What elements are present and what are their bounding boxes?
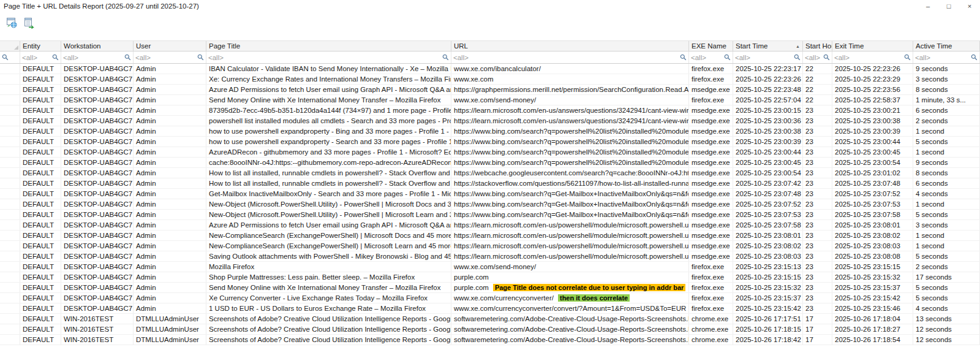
column-header-title[interactable]: Page Title xyxy=(206,41,451,51)
table-row[interactable]: DEFAULTDESKTOP-UAB4GC7AdminNew-Object (M… xyxy=(0,210,980,220)
cell-active: 6 seconds xyxy=(913,178,980,188)
column-header-exe[interactable]: EXE Name xyxy=(689,41,733,51)
filter-value[interactable]: <all> xyxy=(135,54,151,61)
table-row[interactable]: DEFAULTDESKTOP-UAB4GC7AdminHow to list a… xyxy=(0,168,980,178)
column-header-selector[interactable] xyxy=(0,41,20,51)
cell-hour: 22 xyxy=(803,74,832,84)
table-row[interactable]: DEFAULTDESKTOP-UAB4GC7AdminNew-Object (M… xyxy=(0,199,980,210)
maximize-button[interactable]: □ xyxy=(938,0,959,12)
filter-cell-title[interactable]: <all> xyxy=(206,51,451,63)
cell-user: Admin xyxy=(134,303,206,313)
search-icon[interactable] xyxy=(2,54,9,61)
search-icon[interactable] xyxy=(680,54,687,61)
cell-hour: 17 xyxy=(803,314,832,324)
column-header-hour[interactable]: Start Hour xyxy=(803,41,832,51)
search-icon[interactable] xyxy=(904,54,911,61)
filter-value[interactable]: <all> xyxy=(915,54,930,61)
filter-value[interactable]: <all> xyxy=(735,54,750,61)
filter-value[interactable]: <all> xyxy=(453,54,469,61)
table-row[interactable]: DEFAULTDESKTOP-UAB4GC7Admin87395d2b-7ecc… xyxy=(0,105,980,116)
table-row[interactable]: DEFAULTDESKTOP-UAB4GC7AdminAzure AD Perm… xyxy=(0,220,980,231)
filter-value[interactable]: <all> xyxy=(691,54,706,61)
table-row[interactable]: DEFAULTDESKTOP-UAB4GC7AdminAzureADRecon … xyxy=(0,147,980,158)
cell-active: 4 seconds xyxy=(913,303,980,313)
table-row[interactable]: DEFAULTDESKTOP-UAB4GC7AdminXe Currency C… xyxy=(0,293,980,303)
cell-active: 1 second xyxy=(913,147,980,157)
column-header-active[interactable]: Active Time xyxy=(913,41,980,51)
search-icon[interactable] xyxy=(794,54,801,61)
cell-active: 5 seconds xyxy=(913,137,980,147)
table-row[interactable]: DEFAULTDESKTOP-UAB4GC7AdminXe: Currency … xyxy=(0,74,980,85)
cell-active: 5 seconds xyxy=(913,210,980,219)
export-file-report-button[interactable] xyxy=(22,17,36,31)
search-icon[interactable] xyxy=(971,54,978,61)
table-row[interactable]: DEFAULTDESKTOP-UAB4GC7AdminShop Purple M… xyxy=(0,272,980,283)
cell-title: Mozilla Firefox xyxy=(206,262,451,272)
filter-value[interactable]: <all> xyxy=(22,54,37,61)
table-row[interactable]: DEFAULTDESKTOP-UAB4GC7Admincache:8oooINN… xyxy=(0,158,980,168)
cell-start: 2025-10-25 23:15:13 xyxy=(733,262,803,272)
table-row[interactable]: DEFAULTDESKTOP-UAB4GC7AdminIBAN Calculat… xyxy=(0,64,980,74)
cell-active: 6 seconds xyxy=(913,105,980,115)
cell-url: www.xe.com/currencyconverter/convert/?Am… xyxy=(451,303,689,313)
cell-title: 87395d2b-7ecc-49b5-b351-b120da4a144f (73… xyxy=(206,105,451,115)
cell-exit: 2025-10-25 23:00:44 xyxy=(832,137,913,147)
table-row[interactable]: DEFAULTDESKTOP-UAB4GC7AdminSaving Outloo… xyxy=(0,251,980,262)
filter-cell-entity[interactable]: <all> xyxy=(20,51,61,63)
table-row[interactable]: DEFAULTDESKTOP-UAB4GC7AdminSend Money On… xyxy=(0,95,980,105)
filter-value[interactable]: <all> xyxy=(208,54,224,61)
column-header-user[interactable]: User xyxy=(134,41,206,51)
search-icon[interactable] xyxy=(124,54,131,61)
search-icon[interactable] xyxy=(442,54,449,61)
cell-user: Admin xyxy=(134,199,206,209)
cell-entity: DEFAULT xyxy=(20,158,61,167)
filter-value[interactable]: <all> xyxy=(805,54,820,61)
column-header-url[interactable]: URL xyxy=(451,41,689,51)
table-row[interactable]: DEFAULTDESKTOP-UAB4GC7AdminNew-Complianc… xyxy=(0,241,980,251)
filter-cell-start[interactable]: <all> xyxy=(733,51,803,63)
filter-cell-url[interactable]: <all> xyxy=(451,51,689,63)
cell-user: Admin xyxy=(134,262,206,272)
cell-start: 2025-10-25 23:00:39 xyxy=(733,137,803,147)
cell-exit: 2025-10-26 17:18:54 xyxy=(832,335,913,345)
column-header-start[interactable]: Start Time▲ xyxy=(733,41,803,51)
search-icon[interactable] xyxy=(823,54,830,61)
search-icon[interactable] xyxy=(197,54,204,61)
column-header-exit[interactable]: Exit Time xyxy=(832,41,913,51)
filter-cell-hour[interactable]: <all> xyxy=(803,51,832,63)
cell-active: 5 seconds xyxy=(913,283,980,292)
filter-value[interactable]: <all> xyxy=(63,54,78,61)
row-selector xyxy=(0,262,20,272)
export-web-report-button[interactable] xyxy=(5,17,18,31)
table-row[interactable]: DEFAULTWIN-2016TESTDTMLLUAdminUserScreen… xyxy=(0,335,980,345)
url-text: https://learn.microsoft.com/en-us/powers… xyxy=(454,242,689,250)
filter-cell-exe[interactable]: <all> xyxy=(689,51,733,63)
cell-exit: 2025-10-25 23:15:32 xyxy=(832,272,913,282)
table-row[interactable]: DEFAULTDESKTOP-UAB4GC7Adminhow to use po… xyxy=(0,126,980,137)
table-row[interactable]: DEFAULTWIN-2016TESTDTMLLUAdminUserScreen… xyxy=(0,324,980,335)
column-header-workstation[interactable]: Workstation xyxy=(61,41,134,51)
table-row[interactable]: DEFAULTDESKTOP-UAB4GC7AdminSend Money On… xyxy=(0,283,980,293)
table-row[interactable]: DEFAULTDESKTOP-UAB4GC7AdminNew-Complianc… xyxy=(0,231,980,241)
table-row[interactable]: DEFAULTWIN-2016TESTDTMLLUAdminUserScreen… xyxy=(0,314,980,324)
cell-entity: DEFAULT xyxy=(20,314,61,324)
close-button[interactable]: × xyxy=(959,0,980,12)
filter-cell-user[interactable]: <all> xyxy=(134,51,206,63)
filter-value[interactable]: <all> xyxy=(834,54,850,61)
table-row[interactable]: DEFAULTDESKTOP-UAB4GC7AdminAzure AD Perm… xyxy=(0,85,980,95)
column-header-entity[interactable]: Entity xyxy=(20,41,61,51)
filter-cell-exit[interactable]: <all> xyxy=(832,51,913,63)
filter-cell-workstation[interactable]: <all> xyxy=(61,51,134,63)
table-row[interactable]: DEFAULTDESKTOP-UAB4GC7Adminhow to use po… xyxy=(0,137,980,147)
table-row[interactable]: DEFAULTDESKTOP-UAB4GC7AdminHow to list a… xyxy=(0,178,980,189)
table-row[interactable]: DEFAULTDESKTOP-UAB4GC7AdminGet-Mailbox I… xyxy=(0,189,980,199)
search-icon[interactable] xyxy=(724,54,731,61)
cell-active: 2 seconds xyxy=(913,116,980,126)
filter-cell-selector[interactable] xyxy=(0,51,20,63)
search-icon[interactable] xyxy=(52,54,59,61)
table-row[interactable]: DEFAULTDESKTOP-UAB4GC7Admin1 USD to EUR … xyxy=(0,303,980,314)
minimize-button[interactable]: – xyxy=(918,0,938,12)
table-row[interactable]: DEFAULTDESKTOP-UAB4GC7Adminpowershell li… xyxy=(0,116,980,126)
table-row[interactable]: DEFAULTDESKTOP-UAB4GC7AdminMozilla Firef… xyxy=(0,262,980,272)
filter-cell-active[interactable]: <all> xyxy=(913,51,980,63)
